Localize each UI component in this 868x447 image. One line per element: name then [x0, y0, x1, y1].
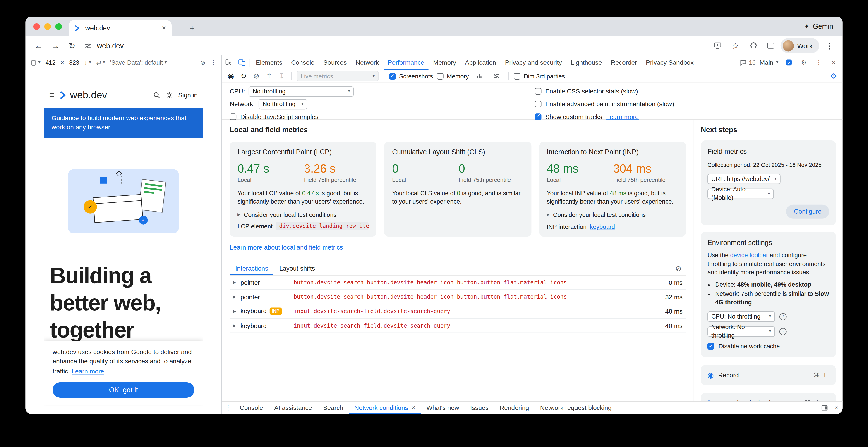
close-window-button[interactable] [33, 23, 40, 29]
back-button[interactable]: ← [31, 38, 46, 53]
save-data-select[interactable]: 'Save-Data': default ▾ [110, 59, 167, 66]
address-bar[interactable]: web.dev [84, 41, 709, 50]
orientation-select[interactable]: ⇄ ▾ [96, 59, 105, 66]
inp-consider-disclosure[interactable]: ▶ Consider your local test conditions [547, 211, 678, 218]
drawer-tab-console[interactable]: Console [234, 402, 269, 414]
disclosure-triangle-icon[interactable]: ▶ [233, 295, 236, 299]
devtools-tab-privacy-sandbox[interactable]: Privacy Sandbox [641, 56, 698, 70]
memory-checkbox-box[interactable] [437, 73, 443, 79]
drawer-close-button[interactable]: × [830, 402, 843, 414]
devtools-tab-application[interactable]: Application [461, 56, 501, 70]
css-selector-stats-checkbox[interactable]: Enable CSS selector stats (slow) [535, 86, 674, 96]
extension-panel-button[interactable] [782, 59, 796, 66]
custom-tracks-learn-more-link[interactable]: Learn more [606, 113, 639, 120]
cookie-accept-button[interactable]: OK, got it [53, 382, 194, 398]
devtools-settings-button[interactable]: ⚙ [797, 59, 810, 66]
interaction-row[interactable]: ▶ pointer button.devsite-search-button.d… [230, 276, 686, 290]
webdev-logo[interactable]: web.dev [59, 89, 107, 101]
record-and-reload-card-button[interactable]: ↻ Record and reload ⌘ ⇧ E [701, 393, 836, 401]
profile-button[interactable]: Work [781, 38, 819, 53]
extra-options-button[interactable] [490, 72, 503, 80]
site-info-icon[interactable] [84, 42, 92, 49]
screenshots-checkbox[interactable]: Screenshots [389, 73, 433, 79]
paint-instrumentation-checkbox-box[interactable] [535, 101, 541, 107]
layout-shifts-tab[interactable]: Layout shifts [274, 262, 320, 275]
device-throttling-button[interactable]: ⊘ [200, 59, 206, 66]
drawer-tab-ai-assistance[interactable]: AI assistance [269, 402, 317, 414]
device-toolbar-menu-button[interactable]: ⋮ [210, 59, 216, 66]
drawer-menu-button[interactable]: ⋮ [222, 402, 234, 414]
stats-button[interactable] [473, 72, 486, 80]
lcp-consider-disclosure[interactable]: ▶ Consider your local test conditions [238, 211, 369, 218]
new-tab-button[interactable]: + [185, 21, 199, 36]
field-device-select[interactable]: Device: Auto (Mobile)▾ [708, 189, 774, 199]
drawer-tab-whats-new[interactable]: What's new [421, 402, 465, 414]
drawer-tab-search[interactable]: Search [318, 402, 349, 414]
drawer-tab-rendering[interactable]: Rendering [494, 402, 534, 414]
side-panel-button[interactable] [763, 38, 778, 53]
drawer-tab-network-conditions[interactable]: Network conditions × [349, 402, 421, 414]
minimize-window-button[interactable] [44, 23, 51, 29]
interaction-row[interactable]: ▶ keyboard INP input.devsite-search-fiel… [230, 304, 686, 319]
clear-interactions-button[interactable]: ⊘ [675, 264, 686, 273]
interaction-selector[interactable]: input.devsite-search-field.devsite-searc… [293, 308, 653, 314]
paint-instrumentation-checkbox[interactable]: Enable advanced paint instrumentation (s… [535, 99, 674, 109]
capture-settings-gear-button[interactable]: ⚙ [829, 72, 838, 80]
zoom-select[interactable]: ↕ ▾ [84, 59, 91, 66]
disable-js-samples-checkbox-box[interactable] [230, 113, 236, 120]
interactions-tab[interactable]: Interactions [230, 262, 274, 275]
devtools-tab-sources[interactable]: Sources [319, 56, 351, 70]
drawer-tab-network-request-blocking[interactable]: Network request blocking [534, 402, 617, 414]
devtools-menu-button[interactable]: ⋮ [812, 59, 826, 66]
gemini-button[interactable]: ✦ Gemini [804, 16, 835, 36]
extensions-button[interactable] [745, 38, 761, 53]
configure-button[interactable]: Configure [786, 205, 829, 218]
interaction-selector[interactable]: button.devsite-search-button.devsite-hea… [293, 279, 653, 285]
expand-drawer-button[interactable] [818, 402, 830, 414]
disable-js-samples-checkbox[interactable]: Disable JavaScript samples [230, 112, 835, 122]
devtools-tab-network[interactable]: Network [351, 56, 383, 70]
interaction-selector[interactable]: input.devsite-search-field.devsite-searc… [293, 322, 653, 329]
devtools-tab-recorder[interactable]: Recorder [606, 56, 641, 70]
console-messages-button[interactable]: 16 [739, 59, 756, 66]
disclosure-triangle-icon[interactable]: ▶ [233, 309, 236, 313]
hamburger-menu-icon[interactable]: ≡ [49, 90, 55, 100]
sign-in-link[interactable]: Sign in [178, 92, 198, 98]
history-select[interactable]: Live metrics ▾ [297, 71, 379, 81]
inp-interaction-link[interactable]: keyboard [590, 224, 615, 230]
drawer-tab-issues[interactable]: Issues [465, 402, 494, 414]
devtools-tab-memory[interactable]: Memory [429, 56, 461, 70]
devtools-tab-elements[interactable]: Elements [251, 56, 287, 70]
devtools-close-button[interactable]: × [827, 59, 840, 66]
inspect-element-button[interactable] [222, 56, 236, 70]
drawer-tab-close-icon[interactable]: × [411, 404, 415, 411]
network-info-icon[interactable]: i [779, 328, 787, 335]
network-throttling-select[interactable]: No throttling ▾ [259, 99, 307, 109]
sidebar-network-select[interactable]: Network: No throttling▾ [708, 326, 775, 337]
theme-toggle-icon[interactable] [165, 91, 173, 99]
save-profile-button[interactable]: ↧ [277, 72, 286, 80]
devtools-tab-console[interactable]: Console [287, 56, 319, 70]
browser-tab[interactable]: web.dev × [69, 20, 172, 36]
interaction-row[interactable]: ▶ keyboard input.devsite-search-field.de… [230, 318, 686, 333]
devtools-tab-privacy-security[interactable]: Privacy and security [501, 56, 566, 70]
field-url-select[interactable]: URL: https://web.dev/▾ [708, 174, 781, 184]
devtools-tab-lighthouse[interactable]: Lighthouse [566, 56, 607, 70]
devtools-tab-performance[interactable]: Performance [383, 56, 429, 70]
screenshots-checkbox-box[interactable] [389, 73, 396, 79]
disable-network-cache-checkbox-box[interactable] [708, 343, 714, 350]
dim-3rd-parties-checkbox-box[interactable] [514, 73, 520, 79]
disable-network-cache-checkbox[interactable]: Disable network cache [708, 342, 829, 351]
clear-recording-button[interactable]: ⊘ [252, 72, 261, 80]
metrics-learn-more-link[interactable]: Learn more about local and field metrics [230, 244, 343, 250]
show-custom-tracks-checkbox-box[interactable] [535, 113, 541, 120]
viewport-width-field[interactable]: 412 [45, 59, 56, 66]
cookie-learn-more-link[interactable]: Learn more [71, 368, 104, 375]
css-selector-stats-checkbox-box[interactable] [535, 88, 541, 95]
record-card-button[interactable]: ◉ Record ⌘ E [701, 365, 836, 385]
record-button[interactable]: ◉ [226, 72, 235, 80]
bookmark-star-button[interactable]: ☆ [727, 38, 743, 53]
reload-button[interactable]: ↻ [64, 38, 80, 53]
device-toolbar-link[interactable]: device toolbar [730, 252, 768, 259]
disclosure-triangle-icon[interactable]: ▶ [233, 280, 236, 284]
